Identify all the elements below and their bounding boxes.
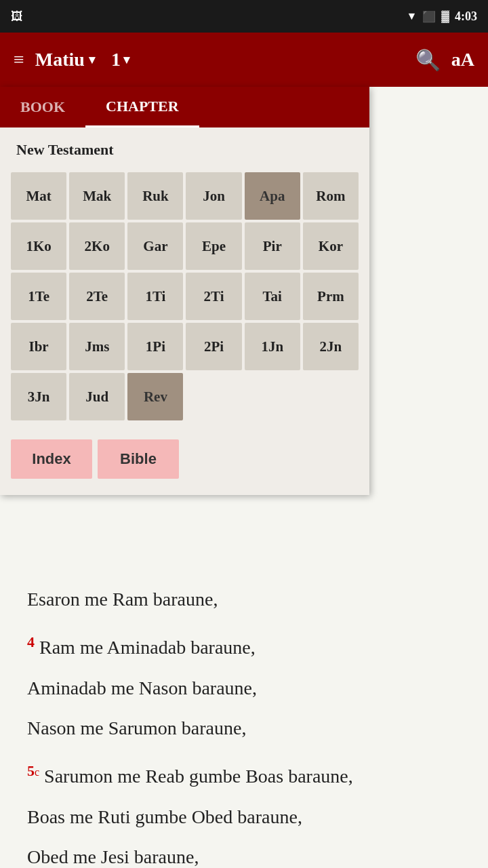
book-jms[interactable]: Jms xyxy=(69,323,125,370)
book-selector[interactable]: Matiu ▾ xyxy=(35,49,95,71)
book-grid: Mat Mak Ruk Jon Apa Rom 1Ko 2Ko Gar Epe … xyxy=(0,167,369,426)
book-rom[interactable]: Rom xyxy=(303,172,359,220)
verse-4b: Aminadab me Nason baraune, xyxy=(27,672,461,705)
signal-icon: ⬛ xyxy=(422,10,436,23)
book-apa[interactable]: Apa xyxy=(245,172,300,220)
book-3jn[interactable]: 3Jn xyxy=(11,373,66,420)
book-1ko[interactable]: 1Ko xyxy=(11,222,66,270)
font-size-button[interactable]: aA xyxy=(451,49,474,71)
book-prm[interactable]: Prm xyxy=(303,273,359,320)
book-epe[interactable]: Epe xyxy=(186,222,241,270)
verse-5c: Obed me Jesi baraune, xyxy=(27,841,461,868)
book-2pi[interactable]: 2Pi xyxy=(186,323,241,370)
menu-button[interactable]: ≡ xyxy=(14,50,24,69)
book-pir[interactable]: Pir xyxy=(245,222,300,270)
book-gar[interactable]: Gar xyxy=(127,222,183,270)
verse-4c: Nason me Sarumon baraune, xyxy=(27,712,461,745)
book-chapter-panel: BOOK CHAPTER New Testament Mat Mak Ruk J… xyxy=(0,87,369,495)
bottom-buttons: Index Bible xyxy=(0,426,369,495)
index-button[interactable]: Index xyxy=(11,439,92,479)
search-button[interactable]: 🔍 xyxy=(415,48,441,72)
wifi-icon: ▼ xyxy=(406,10,417,22)
book-jud[interactable]: Jud xyxy=(69,373,125,420)
status-bar: 🖼 ▼ ⬛ ▓ 4:03 xyxy=(0,0,488,33)
book-tai[interactable]: Tai xyxy=(245,273,300,320)
book-1te[interactable]: 1Te xyxy=(11,273,66,320)
status-right: ▼ ⬛ ▓ 4:03 xyxy=(406,9,477,24)
chapter-selector[interactable]: 1 ▾ xyxy=(111,49,129,71)
verse-5-num: 5 xyxy=(27,762,35,779)
book-ibr[interactable]: Ibr xyxy=(11,323,66,370)
panel-tabs: BOOK CHAPTER xyxy=(0,87,369,127)
main-reading-area: Esaron me Ram baraune, 4 Ram me Aminadab… xyxy=(0,576,488,868)
section-header: New Testament xyxy=(0,127,369,167)
book-2te[interactable]: 2Te xyxy=(69,273,125,320)
book-1pi[interactable]: 1Pi xyxy=(127,323,183,370)
empty-cell-2 xyxy=(245,373,300,420)
verse-4: 4 Ram me Aminadab baraune, xyxy=(27,629,461,664)
bible-button[interactable]: Bible xyxy=(98,439,179,479)
tab-chapter[interactable]: CHAPTER xyxy=(85,87,199,127)
book-2ti[interactable]: 2Ti xyxy=(186,273,241,320)
partial-scroll-line: Esaron me Ram baraune, xyxy=(27,583,461,616)
verse-5b: Boas me Ruti gumbe Obed baraune, xyxy=(27,801,461,833)
book-2ko[interactable]: 2Ko xyxy=(69,222,125,270)
empty-cell-3 xyxy=(303,373,359,420)
book-dropdown-arrow: ▾ xyxy=(89,52,95,67)
image-icon: 🖼 xyxy=(11,9,23,24)
status-time: 4:03 xyxy=(455,9,477,24)
empty-cell-1 xyxy=(186,373,241,420)
book-2jn[interactable]: 2Jn xyxy=(303,323,359,370)
book-kor[interactable]: Kor xyxy=(303,222,359,270)
verse-4-num: 4 xyxy=(27,633,35,650)
battery-icon: ▓ xyxy=(441,10,449,22)
verse-5: 5c Sarumon me Reab gumbe Boas baraune, xyxy=(27,758,461,793)
toolbar: ≡ Matiu ▾ 1 ▾ 🔍 aA xyxy=(0,33,488,87)
tab-book[interactable]: BOOK xyxy=(0,87,85,127)
book-jon[interactable]: Jon xyxy=(186,172,241,220)
book-ruk[interactable]: Ruk xyxy=(127,172,183,220)
chapter-dropdown-arrow: ▾ xyxy=(123,52,129,67)
chapter-num: 1 xyxy=(111,49,121,71)
book-mat[interactable]: Mat xyxy=(11,172,66,220)
book-title: Matiu xyxy=(35,49,85,71)
book-1jn[interactable]: 1Jn xyxy=(245,323,300,370)
book-mak[interactable]: Mak xyxy=(69,172,125,220)
book-1ti[interactable]: 1Ti xyxy=(127,273,183,320)
status-left: 🖼 xyxy=(11,9,23,24)
book-rev[interactable]: Rev xyxy=(127,373,183,420)
